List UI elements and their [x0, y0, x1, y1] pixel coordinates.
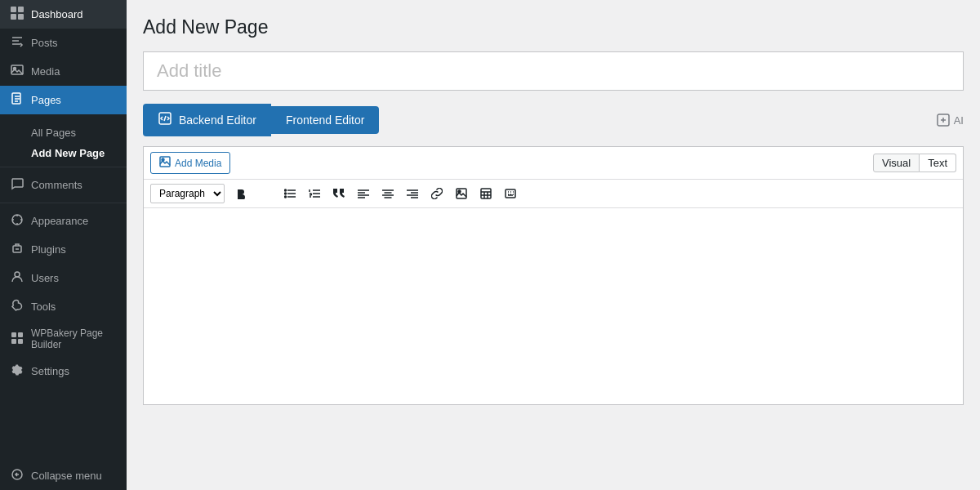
- frontend-editor-label: Frontend Editor: [286, 114, 365, 127]
- svg-rect-25: [506, 189, 515, 198]
- sidebar-item-tools[interactable]: Tools: [0, 292, 127, 321]
- svg-rect-1: [18, 7, 24, 12]
- settings-icon: [10, 363, 24, 379]
- add-media-button[interactable]: Add Media: [150, 152, 230, 174]
- sidebar-label-appearance: Appearance: [31, 215, 88, 227]
- sidebar-label-wpbakery: WPBakery Page Builder: [31, 327, 117, 350]
- visual-tab[interactable]: Visual: [873, 154, 920, 172]
- sidebar-label-tools: Tools: [31, 301, 56, 313]
- link-button[interactable]: [425, 183, 448, 204]
- editor-tabs-row: Backend Editor Frontend Editor AI: [143, 104, 964, 136]
- sidebar-item-appearance[interactable]: Appearance: [0, 207, 127, 235]
- keyboard-button[interactable]: [499, 183, 522, 204]
- backend-editor-tab[interactable]: Backend Editor: [143, 104, 271, 136]
- ai-label: AI: [954, 114, 964, 127]
- italic-button[interactable]: [254, 183, 277, 204]
- svg-point-21: [285, 196, 287, 198]
- sidebar-label-dashboard: Dashboard: [31, 8, 83, 20]
- ai-icon: [936, 113, 951, 127]
- svg-rect-10: [11, 332, 16, 337]
- page-title-input[interactable]: [143, 51, 964, 91]
- bold-button[interactable]: [229, 183, 252, 204]
- add-media-label: Add Media: [175, 158, 221, 169]
- pages-icon: [10, 92, 24, 108]
- posts-icon: [10, 35, 24, 51]
- align-center-button[interactable]: [376, 183, 399, 204]
- sidebar-item-pages[interactable]: Pages: [0, 86, 127, 114]
- sidebar-label-settings: Settings: [31, 365, 69, 377]
- svg-rect-13: [18, 339, 23, 344]
- svg-rect-11: [18, 332, 23, 337]
- sidebar-label-pages: Pages: [31, 94, 61, 106]
- backend-editor-label: Backend Editor: [179, 114, 256, 127]
- ordered-list-button[interactable]: [303, 183, 326, 204]
- appearance-icon: [10, 213, 24, 229]
- sidebar-item-comments[interactable]: Comments: [0, 171, 127, 199]
- sidebar-item-settings[interactable]: Settings: [0, 357, 127, 385]
- backend-editor-icon: [158, 111, 172, 129]
- svg-rect-2: [11, 14, 16, 20]
- text-tab[interactable]: Text: [920, 154, 956, 172]
- main-content: Add New Page Backend Editor Frontend Edi…: [127, 0, 980, 490]
- ai-area: AI: [936, 113, 964, 127]
- collapse-icon: [10, 468, 24, 483]
- dashboard-icon: [10, 7, 24, 22]
- sidebar-item-dashboard[interactable]: Dashboard: [0, 0, 127, 29]
- media-icon: [10, 64, 24, 79]
- svg-rect-3: [18, 14, 24, 20]
- users-icon: [10, 270, 24, 286]
- image-button[interactable]: [450, 183, 473, 204]
- pages-section: [0, 114, 127, 122]
- sidebar-item-plugins[interactable]: Plugins: [0, 235, 127, 264]
- align-left-button[interactable]: [352, 183, 375, 204]
- blockquote-button[interactable]: [327, 183, 350, 204]
- sidebar-item-wpbakery[interactable]: WPBakery Page Builder: [0, 321, 127, 357]
- plugins-icon: [10, 242, 24, 257]
- sidebar-sub-addnew[interactable]: Add New Page: [0, 143, 127, 163]
- editor-container: Add Media Visual Text Paragraph: [143, 146, 964, 405]
- collapse-label: Collapse menu: [31, 470, 102, 482]
- unordered-list-button[interactable]: [278, 183, 301, 204]
- sidebar-item-users[interactable]: Users: [0, 264, 127, 292]
- sidebar-sub-allpages[interactable]: All Pages: [0, 122, 127, 143]
- svg-point-9: [15, 272, 20, 277]
- frontend-editor-tab[interactable]: Frontend Editor: [271, 106, 380, 134]
- sidebar-item-media[interactable]: Media: [0, 57, 127, 86]
- collapse-menu-button[interactable]: Collapse menu: [0, 461, 127, 490]
- table-button[interactable]: [474, 183, 497, 204]
- editor-body[interactable]: [144, 208, 963, 404]
- svg-rect-0: [11, 7, 16, 12]
- format-toolbar: Paragraph: [144, 180, 963, 208]
- sidebar-item-posts[interactable]: Posts: [0, 29, 127, 57]
- sidebar-label-media: Media: [31, 65, 60, 78]
- svg-point-19: [285, 189, 287, 191]
- paragraph-select[interactable]: Paragraph: [150, 184, 225, 203]
- svg-rect-12: [11, 339, 16, 344]
- svg-point-20: [285, 193, 287, 194]
- comments-icon: [10, 177, 24, 193]
- add-media-icon: [159, 156, 171, 170]
- sidebar-label-plugins: Plugins: [31, 243, 66, 256]
- wpbakery-icon: [10, 332, 24, 347]
- page-title: Add New Page: [143, 16, 964, 38]
- visual-text-tabs: Visual Text: [873, 154, 956, 172]
- sidebar: Dashboard Posts Media Pages All Pages Ad…: [0, 0, 127, 490]
- editor-toolbar-row: Add Media Visual Text: [144, 147, 963, 180]
- sidebar-label-posts: Posts: [31, 37, 58, 49]
- sidebar-label-comments: Comments: [31, 179, 82, 191]
- sidebar-label-users: Users: [31, 272, 59, 284]
- svg-rect-24: [481, 189, 491, 198]
- tools-icon: [10, 299, 24, 314]
- align-right-button[interactable]: [401, 183, 424, 204]
